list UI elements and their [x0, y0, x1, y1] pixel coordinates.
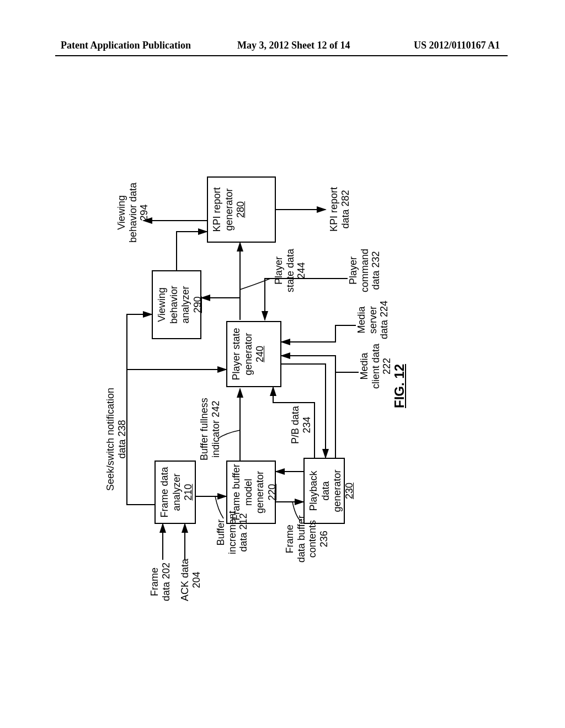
label-seek-switch: Seek/switch notificationdata 238 [105, 388, 127, 491]
box-num: 210 [183, 484, 194, 500]
header-center: May 3, 2012 Sheet 12 of 14 [237, 40, 350, 51]
box-frame-data-analyzer: Frame dataanalyzer 210 [154, 461, 196, 524]
diagram: Frame dataanalyzer 210 Frame buffermodel… [110, 143, 430, 585]
box-num: 290 [192, 296, 203, 313]
label-pb-data: P/B data234 [290, 406, 312, 444]
box-title: Playback datagenerator [308, 469, 343, 512]
diagram-rotated-wrap: Frame dataanalyzer 210 Frame buffermodel… [50, 204, 491, 524]
box-kpi-report-generator: KPI reportgenerator 280 [207, 176, 276, 243]
box-title: Viewingbehavioranalyzer [156, 286, 191, 324]
label-player-state-data: Playerstate data244 [273, 249, 307, 292]
box-num: 240 [254, 346, 265, 362]
box-num: 220 [266, 484, 278, 500]
header-rule [55, 55, 508, 56]
box-playback-data-generator: Playback datagenerator 230 [303, 458, 345, 524]
box-title: Player stategenerator [231, 328, 254, 380]
figure-caption: FIG. 12 [392, 364, 407, 408]
label-kpi-report-data: KPI reportdata 282 [328, 187, 351, 232]
box-num: 280 [235, 201, 246, 218]
label-player-command-data: Playercommanddata 232 [348, 249, 382, 292]
box-num: 230 [344, 483, 355, 499]
label-ack-data: ACK data204 [179, 559, 202, 601]
label-frame-data: Framedata 202 [149, 563, 172, 601]
box-player-state-generator: Player stategenerator 240 [226, 321, 281, 387]
label-buffer-increment: Bufferincrementdata 212 [215, 511, 249, 554]
label-media-server-data: Mediaserverdata 224 [356, 301, 390, 339]
header-left: Patent Application Publication [61, 40, 191, 51]
box-title: Frame dataanalyzer [159, 467, 182, 517]
header-right: US 2012/0110167 A1 [414, 40, 500, 51]
label-viewing-behavior-data: Viewingbehavior data294 [116, 183, 150, 243]
label-frame-data-buffer-contents: Framedata buffercontents236 [284, 515, 330, 563]
label-buffer-fullness: Buffer fullnessindicator 242 [199, 398, 221, 461]
label-media-client-data: Mediaclient data222 [359, 344, 393, 389]
box-viewing-behavior-analyzer: Viewingbehavioranalyzer 290 [152, 270, 201, 339]
box-title: KPI reportgenerator [211, 187, 234, 232]
